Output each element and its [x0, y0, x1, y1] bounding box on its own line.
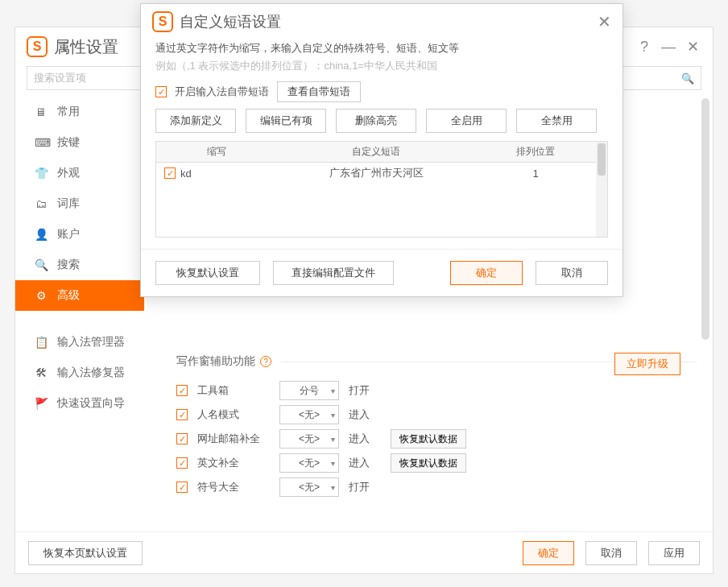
search-icon: 🔍	[681, 72, 694, 85]
dialog-close-button[interactable]: ✕	[598, 12, 611, 31]
phrase-table: 缩写 自定义短语 排列位置 kd广东省广州市天河区1	[155, 141, 608, 238]
sidebar-label: 输入法修复器	[57, 366, 125, 380]
ok-button[interactable]: 确定	[523, 541, 574, 565]
dialog-titlebar: S 自定义短语设置 ✕	[141, 4, 623, 39]
monitor-icon: 🖥	[35, 105, 48, 118]
disable-all-button[interactable]: 全禁用	[516, 109, 597, 133]
content-scrollbar[interactable]	[701, 98, 709, 525]
sidebar-label: 搜索	[57, 258, 80, 272]
aux-label: 符号大全	[197, 480, 270, 494]
table-scroll-thumb[interactable]	[598, 143, 606, 176]
sogou-logo-icon: S	[27, 36, 48, 57]
sidebar-label: 按键	[57, 135, 80, 150]
restore-page-defaults-button[interactable]: 恢复本页默认设置	[28, 541, 143, 565]
help-icon[interactable]: ?	[260, 356, 271, 367]
table-row[interactable]: kd广东省广州市天河区1	[156, 163, 596, 184]
shirt-icon: 👕	[35, 167, 48, 180]
sidebar-item-ime-manager[interactable]: 📋输入法管理器	[15, 327, 144, 358]
flag-icon: 🚩	[35, 397, 48, 410]
aux-checkbox[interactable]	[176, 409, 188, 420]
aux-row: 英文补全<无>进入恢复默认数据	[176, 451, 697, 475]
sidebar-label: 账户	[57, 227, 80, 242]
close-button[interactable]: ✕	[684, 38, 701, 56]
edit-config-file-button[interactable]: 直接编辑配置文件	[273, 261, 394, 285]
sidebar-item-keys[interactable]: ⌨按键	[15, 127, 144, 158]
aux-action-text: 进入	[349, 407, 381, 422]
aux-title-text: 写作窗辅助功能	[176, 354, 255, 369]
sidebar-item-ime-repair[interactable]: 🛠输入法修复器	[15, 358, 144, 388]
sidebar-label: 外观	[57, 166, 80, 180]
aux-select[interactable]: <无>	[279, 453, 339, 473]
row-abbr: kd	[180, 167, 192, 180]
scroll-thumb[interactable]	[701, 98, 709, 340]
th-phrase: 自定义短语	[277, 145, 475, 159]
user-icon: 👤	[35, 228, 48, 241]
list-icon: 📋	[35, 336, 48, 349]
sidebar-item-dict[interactable]: 🗂词库	[15, 188, 144, 219]
sidebar-item-quick-setup[interactable]: 🚩快速设置向导	[15, 388, 144, 419]
restore-default-data-button[interactable]: 恢复默认数据	[391, 429, 466, 449]
cancel-button[interactable]: 取消	[585, 541, 637, 565]
aux-checkbox[interactable]	[176, 433, 188, 444]
aux-select[interactable]: <无>	[279, 405, 339, 424]
sidebar-label: 快速设置向导	[57, 396, 125, 411]
add-definition-button[interactable]: 添加新定义	[155, 109, 236, 133]
aux-checkbox[interactable]	[176, 457, 188, 469]
sidebar-item-appearance[interactable]: 👕外观	[15, 158, 144, 188]
row-checkbox[interactable]	[164, 167, 176, 179]
minimize-button[interactable]: —	[660, 39, 677, 56]
sidebar-item-account[interactable]: 👤账户	[15, 219, 144, 250]
table-header: 缩写 自定义短语 排列位置	[156, 142, 596, 163]
row-phrase: 广东省广州市天河区	[277, 166, 475, 180]
row-position: 1	[475, 167, 596, 180]
sidebar: 🖥常用 ⌨按键 👕外观 🗂词库 👤账户 🔍搜索 ⚙高级 📋输入法管理器 🛠输入法…	[15, 97, 144, 548]
enable-builtin-checkbox[interactable]	[155, 86, 167, 97]
aux-row: 网址邮箱补全<无>进入恢复默认数据	[176, 427, 697, 451]
sogou-logo-icon: S	[152, 11, 173, 32]
search-placeholder: 搜索设置项	[34, 71, 86, 85]
dialog-cancel-button[interactable]: 取消	[536, 261, 608, 285]
restore-defaults-button[interactable]: 恢复默认设置	[155, 261, 260, 285]
keyboard-icon: ⌨	[35, 136, 48, 149]
aux-label: 人名模式	[197, 407, 270, 422]
book-icon: 🗂	[35, 197, 48, 210]
sidebar-item-common[interactable]: 🖥常用	[15, 97, 144, 127]
sidebar-item-search[interactable]: 🔍搜索	[15, 250, 144, 280]
enable-all-button[interactable]: 全启用	[426, 109, 507, 133]
dialog-toolbar: 添加新定义 编辑已有项 删除高亮 全启用 全禁用	[155, 109, 608, 133]
delete-highlight-button[interactable]: 删除高亮	[336, 109, 416, 133]
aux-select[interactable]: 分号	[279, 381, 339, 400]
aux-action-text: 进入	[349, 456, 381, 470]
aux-action-text: 进入	[349, 432, 381, 446]
gear-icon: ⚙	[35, 289, 48, 302]
restore-default-data-button[interactable]: 恢复默认数据	[391, 453, 466, 473]
main-title: 属性设置	[54, 36, 118, 58]
aux-select[interactable]: <无>	[279, 477, 339, 497]
upgrade-button[interactable]: 立即升级	[614, 353, 680, 375]
aux-action-text: 打开	[349, 383, 381, 398]
help-button[interactable]: ?	[635, 39, 653, 56]
dialog-footer: 恢复默认设置 直接编辑配置文件 确定 取消	[141, 249, 623, 296]
sidebar-label: 词库	[57, 196, 80, 211]
enable-builtin-label: 开启输入法自带短语	[175, 85, 269, 99]
apply-button[interactable]: 应用	[648, 541, 700, 565]
th-abbr: 缩写	[156, 145, 277, 159]
aux-label: 英文补全	[197, 456, 270, 470]
aux-row: 工具箱分号打开	[176, 378, 697, 403]
aux-checkbox[interactable]	[176, 385, 188, 396]
dialog-title: 自定义短语设置	[180, 12, 281, 31]
sidebar-label: 常用	[57, 105, 80, 119]
search-icon: 🔍	[35, 258, 48, 271]
dialog-example: 例如（,1 表示候选中的排列位置）：china,1=中华人民共和国	[155, 57, 608, 75]
edit-item-button[interactable]: 编辑已有项	[246, 109, 326, 133]
custom-phrase-dialog: S 自定义短语设置 ✕ 通过英文字符作为缩写，来输入自定义的特殊符号、短语、短文…	[140, 3, 623, 297]
table-scrollbar[interactable]	[596, 142, 607, 237]
main-footer: 恢复本页默认设置 确定 取消 应用	[15, 531, 713, 573]
sidebar-item-advanced[interactable]: ⚙高级	[15, 280, 144, 311]
aux-select[interactable]: <无>	[279, 429, 339, 449]
sidebar-label: 高级	[57, 288, 80, 303]
aux-row: 人名模式<无>进入	[176, 403, 697, 427]
aux-checkbox[interactable]	[176, 482, 188, 493]
view-builtin-button[interactable]: 查看自带短语	[277, 81, 361, 102]
dialog-ok-button[interactable]: 确定	[450, 261, 523, 285]
